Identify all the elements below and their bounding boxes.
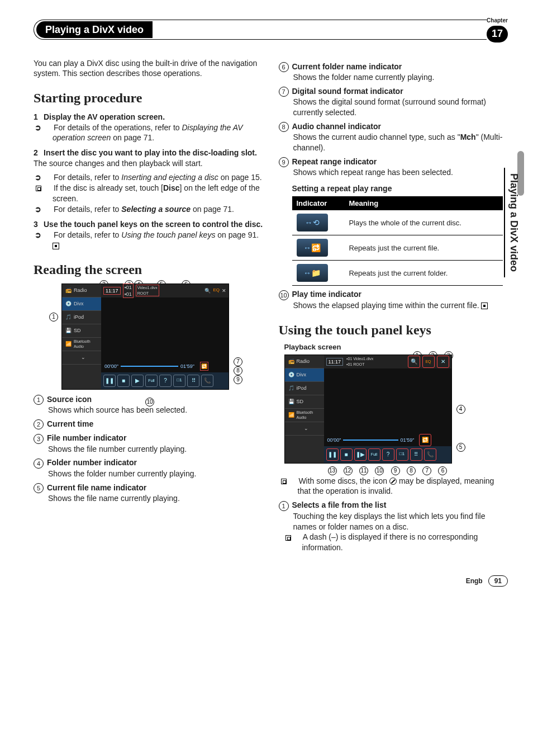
item-10-desc: Shows the elapsed playing time within th…: [293, 301, 479, 310]
step-3: 3Use the touch panel keys on the screen …: [34, 219, 263, 230]
src-bt[interactable]: 📶 Bluetooth Audio: [285, 409, 324, 422]
playback-screen-label: Playback screen: [284, 342, 508, 352]
step-button[interactable]: ❚▶: [354, 448, 367, 461]
c2-5: 5: [456, 443, 469, 452]
src-sd[interactable]: 💾 SD: [62, 324, 101, 338]
touch-item-1-title: Selects a file from the list: [292, 500, 387, 509]
refer-icon: ➲: [44, 122, 51, 133]
t: on page 15.: [218, 173, 262, 182]
src-more[interactable]: ⌄: [285, 422, 324, 436]
circ: 2: [34, 419, 44, 429]
th-indicator: Indicator: [292, 196, 345, 211]
screen-item-8: 8Audio channel indicatorShows the curren…: [279, 121, 508, 153]
topbar: 11:17 ▪01▪01 Video1.divxROOT 🔍 EQ ✕: [101, 284, 229, 297]
repeat-icon[interactable]: 🔁: [200, 362, 208, 371]
step-1-title: Display the AV operation screen.: [44, 112, 165, 121]
step-1-sub: ➲ For details of the operations, refer t…: [53, 122, 263, 144]
t: If the disc is already set, touch [: [54, 183, 163, 192]
t: Using the touch panel keys: [121, 230, 215, 239]
t: For details, refer to: [54, 173, 121, 182]
touch-item-1-desc: Touching the key displays the list which…: [293, 511, 508, 532]
clock: 11:17: [103, 287, 121, 295]
repeat-file-icon: ↔🔂: [297, 239, 328, 257]
circ: 6: [279, 62, 289, 72]
phone-button[interactable]: 📞: [201, 375, 213, 387]
meaning-1: Repeats just the current file.: [344, 235, 503, 261]
footer: Engb 91: [34, 575, 508, 587]
subtitle-button[interactable]: □1: [173, 375, 185, 387]
circ: 1: [34, 395, 44, 405]
src-bt[interactable]: 📶 Bluetooth Audio: [62, 338, 101, 351]
elapsed: 00'00": [327, 437, 341, 443]
aspect-button[interactable]: Full: [368, 448, 380, 461]
end-mark-icon: [481, 303, 488, 309]
item-desc: Shows which repeat range has been select…: [293, 167, 508, 178]
subtitle-button[interactable]: □1: [396, 448, 408, 461]
eq-icon[interactable]: EQ: [213, 287, 220, 294]
item-desc: Shows the folder number currently playin…: [48, 469, 263, 479]
src-radio[interactable]: 📻 Radio: [62, 284, 101, 297]
src-more[interactable]: ⌄: [62, 351, 101, 365]
t: For details, refer to: [54, 230, 121, 239]
src-sd[interactable]: 💾 SD: [285, 395, 324, 409]
reading-screen-heading: Reading the screen: [34, 261, 263, 278]
q-button[interactable]: ?: [382, 448, 394, 461]
pause-button[interactable]: ❚❚: [103, 375, 116, 387]
table-row: ↔📁Repeats just the current folder.: [292, 261, 503, 286]
note-icon: [44, 183, 51, 193]
src-radio[interactable]: 📻 Radio: [285, 355, 324, 368]
circ: 5: [34, 483, 44, 493]
t: Selecting a source: [121, 205, 191, 214]
search-icon[interactable]: 🔍: [204, 287, 211, 294]
c2-bottom: 13 12 11 10 9 8 7 6: [328, 466, 451, 475]
t: on page 71.: [191, 205, 234, 214]
step-3-sub: ➲ For details, refer to Using the touch …: [53, 230, 263, 251]
src-ipod[interactable]: 🎵 iPod: [285, 382, 324, 395]
close-icon[interactable]: ✕: [437, 356, 449, 368]
item-desc: Shows the digital sound format (surround…: [293, 97, 508, 118]
source-list-2: 📻 Radio 💿 Divx 🎵 iPod 💾 SD 📶 Bluetooth A…: [285, 355, 324, 463]
phone-button[interactable]: 📞: [424, 448, 436, 461]
t: Disc: [163, 183, 180, 192]
callout-1: 1: [49, 313, 61, 322]
eq-icon[interactable]: EQ: [422, 356, 435, 368]
stop-button[interactable]: ■: [340, 448, 353, 461]
close-icon[interactable]: ✕: [222, 287, 226, 294]
circ: 7: [279, 87, 289, 97]
intro-text: You can play a DivX disc using the built…: [34, 58, 263, 79]
grid-button[interactable]: ⠿: [187, 375, 199, 387]
src-divx[interactable]: 💿 Divx: [285, 368, 324, 382]
touch-item-1-sub: A dash (–) is displayed if there is no c…: [302, 532, 508, 553]
touch-item-1: 1Selects a file from the list Touching t…: [279, 500, 508, 553]
circ: 9: [279, 157, 289, 167]
src-divx[interactable]: 💿 Divx: [62, 297, 101, 311]
q-button[interactable]: ?: [159, 375, 172, 387]
clock: 11:17: [326, 358, 344, 366]
item-title: Current time: [47, 419, 93, 428]
pause-button[interactable]: ❚❚: [326, 448, 339, 461]
total: 01'59": [401, 437, 415, 443]
repeat-icon[interactable]: 🔁: [419, 434, 431, 446]
aspect-button[interactable]: Full: [145, 375, 158, 387]
stop-button[interactable]: ■: [117, 375, 130, 387]
lang-label: Engb: [466, 577, 483, 585]
step-3-title: Use the touch panel keys on the screen t…: [44, 220, 263, 229]
c2-4: 4: [456, 405, 469, 414]
table-row: ↔⟲Plays the whole of the current disc.: [292, 210, 503, 235]
item-desc: Shows the file name currently playing.: [48, 493, 263, 504]
chapter-label: Chapter: [487, 17, 508, 25]
elapsed: 00'00": [104, 363, 118, 370]
repeat-table-title: Setting a repeat play range: [292, 183, 508, 194]
search-icon[interactable]: 🔍: [408, 356, 420, 368]
left-column: You can play a DivX disc using the built…: [34, 58, 263, 554]
step-1: 1Display the AV operation screen.: [34, 112, 263, 122]
callout-10: 10: [145, 398, 158, 407]
item-desc: Shows which source has been selected.: [48, 405, 263, 415]
page-number: 91: [488, 575, 508, 587]
grid-button[interactable]: ⠿: [410, 448, 422, 461]
src-ipod[interactable]: 🎵 iPod: [62, 311, 101, 324]
reading-screenshot: 📻 Radio 💿 Divx 🎵 iPod 💾 SD 📶 Bluetooth A…: [61, 284, 229, 390]
play-button[interactable]: ▶: [131, 375, 144, 387]
screen-item-2: 2Current time: [34, 419, 263, 429]
meaning-2: Repeats just the current folder.: [344, 261, 503, 286]
